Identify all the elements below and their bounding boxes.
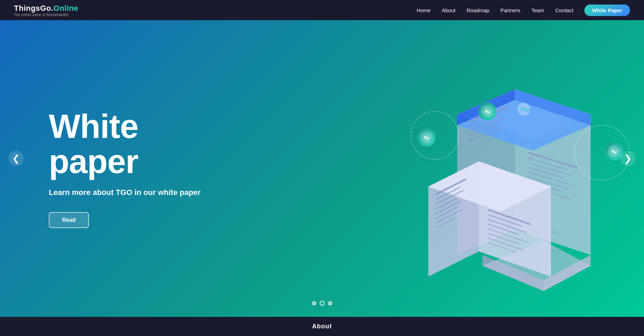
navbar: ThingsGo.Online The online value of Sust… [0,0,644,20]
slide-dot-3[interactable] [328,301,332,305]
bottom-hint-text: About [312,323,332,330]
slide-dot-1[interactable] [312,301,316,305]
badge-left [417,128,435,147]
nav-about[interactable]: About [442,7,455,13]
whitepaper-nav-button[interactable]: White Paper [584,5,630,16]
logo-brand: ThingsGo.Online [14,4,78,13]
hero-subtitle: Learn more about TGO in our white paper [49,187,209,198]
nav-roadmap[interactable]: Roadmap [467,7,489,13]
badge-center [478,102,497,120]
nav-links: Home About Roadmap Partners Team Contact… [417,5,630,16]
prev-slide-button[interactable]: ❮ [8,151,24,166]
nav-contact[interactable]: Contact [555,7,574,13]
hero-title: White paper [49,109,209,179]
svg-point-3 [517,103,530,116]
next-slide-button[interactable]: ❯ [620,151,636,166]
hero-content: White paper Learn more about TGO in our … [0,109,209,228]
logo-subtitle: The online value of Sustainability [14,13,78,17]
bottom-hint-bar: About [0,317,644,336]
read-button[interactable]: Read [49,212,89,228]
slide-dot-2[interactable] [320,301,325,306]
nav-partners[interactable]: Partners [500,7,520,13]
logo: ThingsGo.Online The online value of Sust… [14,4,78,17]
slider-dots [312,301,332,306]
nav-home[interactable]: Home [417,7,431,13]
nav-team[interactable]: Team [531,7,544,13]
hero-section: ❮ White paper Learn more about TGO in ou… [0,0,644,317]
hero-illustration [414,38,623,299]
